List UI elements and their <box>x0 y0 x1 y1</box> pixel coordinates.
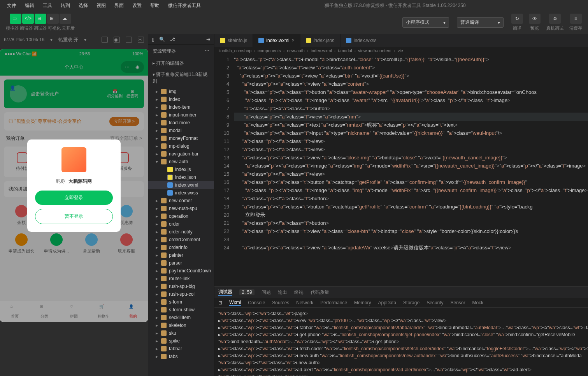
code-line[interactable]: "a">class="p"><"a">class="t">button "a">… <box>234 203 588 211</box>
terminal-tab[interactable]: 终端 <box>294 289 304 296</box>
tree-spike[interactable]: spike <box>148 337 214 345</box>
code-line[interactable]: "a">class="p"><"a">class="t">button "a">… <box>234 178 588 186</box>
mode-select[interactable]: 小程序模式▾ <box>402 17 449 28</box>
wxml-line[interactable]: "wa">class="wp"><"wa">class="wt">page> <box>218 310 588 317</box>
devtool-tab-Console[interactable]: Console <box>248 300 265 305</box>
code-line[interactable]: "a">class="p"><"a">class="t">view "a">cl… <box>234 154 588 162</box>
breadcrumb-item[interactable]: components <box>258 48 281 53</box>
wxml-line[interactable]: "wa">class="wp"></"wa">class="wt">page> <box>218 373 588 376</box>
project-section[interactable]: 狮子鱼修复前端11.8新规则 <box>148 69 214 87</box>
menu-settings[interactable]: 设置 <box>128 1 146 11</box>
tree-index[interactable]: index <box>148 95 214 103</box>
devtool-tab-Wxml[interactable]: Wxml <box>229 300 241 306</box>
wxml-line[interactable]: ▸"wa">class="wp"><"wa">class="wt">i-new-… <box>218 352 588 359</box>
devtool-tab-Sources[interactable]: Sources <box>272 300 289 305</box>
breadcrumb-item[interactable]: i-modal <box>338 48 352 53</box>
close-icon[interactable]: × <box>292 38 295 43</box>
code-line[interactable]: "a">class="p"><"a">class="t">i-modal "a"… <box>234 55 588 64</box>
visual-toggle[interactable]: ⊞ <box>47 14 59 24</box>
tree-s-form-show[interactable]: s-form-show <box>148 306 214 314</box>
login-button[interactable]: 立即登录 <box>35 191 113 205</box>
breadcrumb-item[interactable]: index.wxml <box>311 48 332 53</box>
device-select[interactable]: 6/7/8 Plus 100% 16 <box>4 37 44 42</box>
code-line[interactable]: "a">class="p"><"a">class="t">view "a">cl… <box>234 227 588 235</box>
code-line[interactable]: "a">class="p"><"a">class="t">view "a">cl… <box>234 72 588 80</box>
menu-tool[interactable]: 工具 <box>39 1 56 11</box>
tree-seckillItem[interactable]: seckillItem <box>148 314 214 321</box>
tree-orderComment[interactable]: orderComment <box>148 236 214 244</box>
output-tab[interactable]: 输出 <box>278 289 287 296</box>
simulator-toggle[interactable]: ▭ <box>10 14 21 24</box>
code-line[interactable]: "a">class="p"><"a">class="t">view "a">cl… <box>234 64 588 72</box>
tree-skeleton[interactable]: skeleton <box>148 321 214 329</box>
menu-ui[interactable]: 界面 <box>111 1 128 11</box>
devtool-tab-Mock[interactable]: Mock <box>472 300 484 305</box>
cut-icon[interactable]: ✂ <box>138 37 144 43</box>
code-line[interactable]: "a">class="p"><"a">class="t">image "a">c… <box>234 186 588 194</box>
preview-button[interactable]: 👁 <box>529 14 541 24</box>
tree-rush-spu-big[interactable]: rush-spu-big <box>148 282 214 290</box>
tree-order-notify[interactable]: order-notify <box>148 228 214 236</box>
wxml-line[interactable]: ▸"wa">class="wp"><"wa">class="wt">i-get-… <box>218 331 588 338</box>
menu-help[interactable]: 帮助 <box>146 1 163 11</box>
tree-index.json[interactable]: index.json <box>148 173 214 181</box>
editor-tab-siteinfo.js[interactable]: siteinfo.js <box>214 34 253 47</box>
code-line[interactable]: 立即登录 <box>234 211 588 219</box>
tree-new-auth[interactable]: new-auth <box>148 158 214 166</box>
tree-index.js[interactable]: index.js <box>148 166 214 173</box>
compile-button[interactable]: ↻ <box>511 14 523 24</box>
quality-tab[interactable]: 代码质量 <box>311 289 329 296</box>
more-icon[interactable]: ⋯ <box>205 48 209 55</box>
tree-mp-dialog[interactable]: mp-dialog <box>148 142 214 150</box>
tree-input-number[interactable]: input-number <box>148 111 214 119</box>
collapse-icon[interactable]: ⇥ <box>206 37 210 42</box>
code-line[interactable]: "a">class="p"><"a">class="t">image "a">c… <box>234 96 588 104</box>
devtool-tab-Security[interactable]: Security <box>427 300 443 305</box>
tree-new-rush-spu[interactable]: new-rush-spu <box>148 205 214 212</box>
editor-tab-index.wxml[interactable]: index.wxml× <box>253 34 300 47</box>
cloud-toggle[interactable]: ☁ <box>60 14 71 24</box>
menu-goto[interactable]: 转到 <box>57 1 74 11</box>
code-line[interactable]: "a">class="p"></"a">class="t">view> <box>234 145 588 154</box>
tree-img[interactable]: img <box>148 88 214 95</box>
wxml-line[interactable]: "wa">class="wp"></"wa">class="wt">i-new-… <box>218 359 588 366</box>
record-icon[interactable]: ◉ <box>114 37 120 43</box>
tree-sku[interactable]: sku <box>148 329 214 337</box>
wxml-line[interactable]: "wa">bind:needauth="authModal">…"wa">cla… <box>218 338 588 345</box>
tree-painter[interactable]: painter <box>148 251 214 259</box>
tree-index.wxml[interactable]: index.wxml <box>148 181 214 189</box>
code-line[interactable]: "a">class="p"><"a">class="t">button "a">… <box>234 88 588 96</box>
editor-toggle[interactable]: </> <box>22 14 34 24</box>
wxml-line[interactable]: ▸"wa">class="wp"><"wa">class="wt">ad-ale… <box>218 366 588 373</box>
tree-modal[interactable]: modal <box>148 127 214 134</box>
tree-navigation-bar[interactable]: navigation-bar <box>148 150 214 158</box>
menu-select[interactable]: 选择 <box>75 1 92 11</box>
code-line[interactable]: "a">class="p"></"a">class="t">view> <box>234 137 588 145</box>
tree-router-link[interactable]: router-link <box>148 275 214 282</box>
tree-new-comer[interactable]: new-comer <box>148 197 214 205</box>
code-line[interactable]: "a">class="p"></"a">class="t">button> <box>234 219 588 227</box>
search-icon[interactable]: 🔍 <box>159 37 165 42</box>
problems-tab[interactable]: 问题 <box>262 289 271 296</box>
tree-orderInfo[interactable]: orderInfo <box>148 244 214 251</box>
tree-index-item[interactable]: index-item <box>148 103 214 111</box>
files-icon[interactable]: ▯ <box>152 37 154 42</box>
home-icon[interactable] <box>126 37 132 43</box>
wxml-line[interactable]: ▸"wa">class="wp"><"wa">class="wt">i-fetc… <box>218 345 588 352</box>
code-line[interactable]: "a">class="p"><"a">class="t">input "a">t… <box>234 129 588 137</box>
debugger-tab[interactable]: 调试器 <box>218 289 232 296</box>
tree-operation[interactable]: operation <box>148 212 214 220</box>
tree-parser[interactable]: parser <box>148 259 214 267</box>
tree-moneyFormat[interactable]: moneyFormat <box>148 134 214 142</box>
tree-order[interactable]: order <box>148 220 214 228</box>
code-line[interactable]: "a">class="p"></"a">class="t">button> <box>234 104 588 113</box>
breadcrumb-item[interactable]: lionfish_comshop <box>218 48 251 53</box>
devtool-tab-Sensor[interactable]: Sensor <box>451 300 465 305</box>
devtool-tab-Memory[interactable]: Memory <box>354 300 371 305</box>
menu-edit[interactable]: 编辑 <box>21 1 38 11</box>
tree-rush-spu-col[interactable]: rush-spu-col <box>148 290 214 298</box>
hot-reload[interactable]: 热重载 开 <box>58 37 78 43</box>
compile-select[interactable]: 普通编译▾ <box>457 17 504 28</box>
code-line[interactable] <box>234 235 588 244</box>
auth-avatar[interactable] <box>61 147 86 172</box>
